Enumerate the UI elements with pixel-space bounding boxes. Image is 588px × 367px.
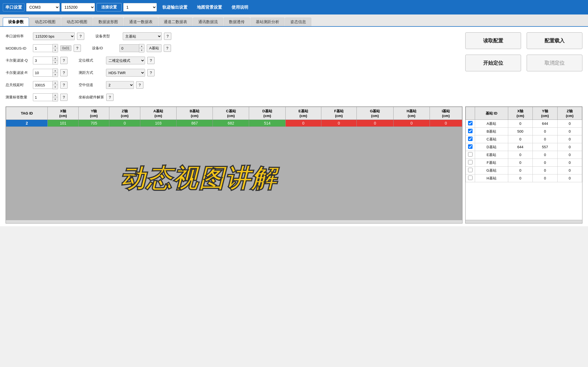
kalman-r-up[interactable]: ▲ bbox=[53, 69, 58, 73]
tab-3d-view[interactable]: 动态3D视图 bbox=[61, 18, 93, 26]
modbus-help[interactable]: ? bbox=[74, 45, 81, 52]
device-id-input[interactable] bbox=[119, 44, 139, 52]
check-c bbox=[466, 135, 475, 143]
ranging-method-help[interactable]: ? bbox=[147, 69, 155, 76]
station-id-c: C基站 bbox=[475, 135, 508, 143]
serial-rate-select[interactable]: 115200 bps 9600 bps bbox=[33, 32, 75, 40]
station-z-e: 0 bbox=[557, 151, 582, 159]
a-station-btn[interactable]: A基站 bbox=[147, 44, 162, 52]
tab-station-analysis[interactable]: 基站测距分析 bbox=[250, 18, 285, 26]
kalman-r-help[interactable]: ? bbox=[60, 69, 68, 76]
modbus-down[interactable]: ▼ bbox=[53, 48, 58, 52]
tag-count-up[interactable]: ▲ bbox=[53, 93, 58, 97]
col-g: G基站(cm) bbox=[356, 107, 393, 120]
air-channel-help[interactable]: ? bbox=[136, 81, 143, 89]
checkbox-a[interactable] bbox=[468, 121, 473, 125]
positioning-mode-help[interactable]: ? bbox=[147, 57, 155, 64]
right-table-container: 基站 ID X轴(cm) Y轴(cm) Z轴(cm) A基站 0 644 0 bbox=[465, 106, 582, 223]
antenna-delay-down[interactable]: ▼ bbox=[53, 85, 58, 89]
antenna-delay-help[interactable]: ? bbox=[60, 81, 68, 89]
start-btn[interactable]: 开始定位 bbox=[465, 55, 521, 71]
tab-channel1[interactable]: 通道一数据表 bbox=[124, 18, 158, 26]
cell-e: 0 bbox=[285, 120, 321, 127]
station-x-b: 500 bbox=[508, 128, 532, 135]
checkbox-h[interactable] bbox=[468, 176, 473, 180]
kalman-r-input[interactable] bbox=[33, 69, 52, 77]
hw-calc-help[interactable]: ? bbox=[106, 94, 114, 101]
checkbox-c[interactable] bbox=[468, 137, 473, 141]
checkbox-e[interactable] bbox=[468, 152, 473, 157]
station-id-d: D基站 bbox=[475, 143, 508, 151]
modbus-hex: 0x01 bbox=[60, 45, 71, 51]
check-d bbox=[466, 143, 475, 151]
station-row-e: E基站 0 0 0 bbox=[466, 151, 582, 159]
cell-x: 101 bbox=[48, 120, 78, 127]
modbus-input[interactable] bbox=[33, 44, 52, 52]
kalman-r-down[interactable]: ▼ bbox=[53, 73, 58, 77]
positioning-mode-row: 定位模式 二维定位模式 三维定位模式 ? bbox=[79, 57, 155, 64]
device-id-spin: ▲ ▼ bbox=[119, 44, 144, 52]
station-row-f: F基站 0 0 0 bbox=[466, 159, 582, 167]
device-id-up[interactable]: ▲ bbox=[139, 44, 144, 48]
col-y: Y轴(cm) bbox=[78, 107, 109, 120]
checkbox-b[interactable] bbox=[468, 129, 473, 133]
tag-count-help[interactable]: ? bbox=[60, 94, 68, 101]
device-id-help[interactable]: ? bbox=[164, 45, 171, 52]
modbus-spin: ▲ ▼ bbox=[33, 44, 58, 52]
col-i: I基站(cm) bbox=[430, 107, 462, 120]
check-f bbox=[466, 159, 475, 167]
kalman-q-up[interactable]: ▲ bbox=[53, 57, 58, 60]
station-header-row: 基站 ID X轴(cm) Y轴(cm) Z轴(cm) bbox=[466, 107, 582, 120]
kalman-q-help[interactable]: ? bbox=[60, 57, 68, 64]
station-row-g: G基站 0 0 0 bbox=[466, 167, 582, 174]
tab-data-stream[interactable]: 通讯数据流 bbox=[193, 18, 223, 26]
baud-select[interactable]: 115200 9600 57600 bbox=[61, 3, 95, 11]
col-h: H基站(cm) bbox=[393, 107, 430, 120]
checkbox-f[interactable] bbox=[468, 160, 473, 164]
tab-channel2[interactable]: 通道二数据表 bbox=[158, 18, 192, 26]
kalman-q-input[interactable] bbox=[33, 57, 52, 64]
air-channel-select[interactable]: 2 1 3 bbox=[106, 81, 134, 89]
ranging-method-select[interactable]: HDS-TWR TWR TDOA bbox=[106, 69, 145, 77]
serial-rate-help[interactable]: ? bbox=[77, 33, 84, 40]
check-g bbox=[466, 167, 475, 174]
map-btn[interactable]: 地图背景设置 bbox=[193, 4, 226, 11]
cell-b: 867 bbox=[177, 120, 213, 127]
kalman-q-down[interactable]: ▼ bbox=[53, 60, 58, 64]
device-type-select[interactable]: 主基站 从基站 标签 bbox=[123, 32, 162, 40]
col-c: C基站(cm) bbox=[213, 107, 249, 120]
load-config-btn[interactable]: 配置载入 bbox=[527, 32, 582, 49]
station-y-c: 0 bbox=[533, 135, 557, 143]
scrollbar[interactable] bbox=[6, 220, 462, 223]
connect-select[interactable]: 1 2 3 bbox=[123, 3, 157, 11]
cancel-btn[interactable]: 取消定位 bbox=[527, 55, 582, 71]
connect-btn[interactable]: 连接设置 bbox=[97, 3, 122, 11]
tab-2d-view[interactable]: 动态2D视图 bbox=[30, 18, 61, 26]
device-id-down[interactable]: ▼ bbox=[139, 48, 144, 52]
com-select[interactable]: COM3 COM1 COM2 bbox=[26, 3, 60, 11]
tab-transparent[interactable]: 数据透传 bbox=[224, 18, 250, 26]
tab-waveform[interactable]: 数据波形图 bbox=[93, 18, 123, 26]
positioning-mode-select[interactable]: 二维定位模式 三维定位模式 bbox=[106, 57, 145, 64]
device-type-help[interactable]: ? bbox=[164, 33, 171, 40]
cell-c: 682 bbox=[213, 120, 249, 127]
tag-count-input[interactable] bbox=[33, 93, 52, 101]
trajectory-btn[interactable]: 轨迹输出设置 bbox=[158, 4, 191, 11]
right-scrollbar[interactable] bbox=[466, 220, 582, 223]
modbus-up[interactable]: ▲ bbox=[53, 44, 58, 48]
station-z-d: 0 bbox=[557, 143, 582, 151]
antenna-delay-input[interactable] bbox=[33, 81, 52, 89]
antenna-delay-up[interactable]: ▲ bbox=[53, 81, 58, 85]
col-a: A基站(cm) bbox=[140, 107, 176, 120]
tag-count-down[interactable]: ▼ bbox=[53, 97, 58, 101]
col-z: Z轴(cm) bbox=[109, 107, 140, 120]
kalman-r-spin: ▲ ▼ bbox=[33, 69, 58, 77]
help-btn-top[interactable]: 使用说明 bbox=[228, 4, 252, 11]
tab-device-params[interactable]: 设备参数 bbox=[3, 18, 29, 26]
air-channel-label: 空中信道 bbox=[79, 82, 104, 88]
checkbox-g[interactable] bbox=[468, 168, 473, 172]
read-config-btn[interactable]: 读取配置 bbox=[465, 32, 521, 49]
device-id-label: 设备ID bbox=[92, 46, 117, 51]
checkbox-d[interactable] bbox=[468, 144, 473, 149]
tab-attitude[interactable]: 姿态信息 bbox=[285, 18, 311, 26]
